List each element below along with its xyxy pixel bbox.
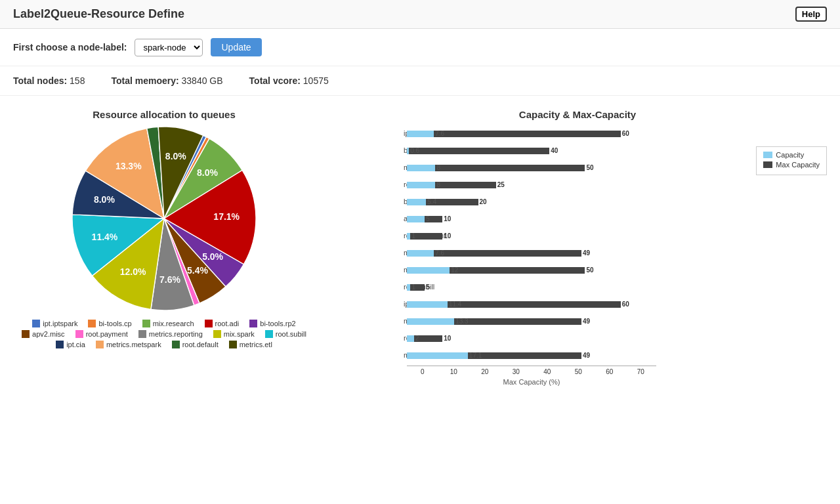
bar-row: root.default210 [407,331,827,346]
legend-item-root.adi: root.adi [205,320,240,327]
legend-label: root.subill [276,330,306,338]
page-title: Label2Queue-Resource Define [13,7,184,21]
legend-swatch [32,320,40,327]
capacity-legend-label: Capacity [776,151,804,159]
capacity-value: 12 [451,266,458,274]
node-label-select[interactable]: spark-node gpu-node cpu-node [135,39,203,56]
pie-chart-svg: 7.6%8.0%17.1%5.0%5.4%7.6%12.0%11.4%8.0%1… [72,127,256,310]
pie-legend: ipt.iptsparkbi-tools.cpmix.researchroot.… [13,320,315,348]
help-button[interactable]: Help [795,7,827,22]
max-capacity-value: 49 [583,318,590,325]
total-memory-stat: Total memoery: 33840 GB [111,75,222,86]
capacity-value: 13.3 [455,318,468,325]
capacity-bar [407,352,468,359]
bar-chart-title: Capacity & Max-Capacity [328,109,827,120]
legend-label: mix.spark [224,330,255,338]
bar-group: 7.660 [407,127,656,141]
capacity-legend-item: Capacity [763,151,820,159]
legend-label: root.payment [86,330,128,338]
legend-item-ipt.iptspark: ipt.iptspark [32,320,77,327]
capacity-value: 8 [436,164,440,171]
legend-label: bi-tools.cp [98,320,131,327]
bar-group: 5.420 [407,195,656,209]
legend-item-apv2.misc: apv2.misc [22,330,65,338]
legend-swatch [265,330,273,338]
capacity-bar [407,284,410,291]
legend-item-bi-tools.rp2: bi-tools.rp2 [249,320,295,327]
title-bar: Label2Queue-Resource Define Help [0,0,840,29]
bar-row: metrics.metspark13.349 [407,314,827,329]
legend-item-root.default: root.default [172,341,219,348]
x-tick: 20 [469,366,501,375]
capacity-bar [407,216,425,222]
legend-label: ipt.iptspark [43,320,77,327]
capacity-bar [407,267,450,274]
bar-section: Capacity & Max-Capacity ipt.iptspark7.66… [328,109,827,412]
x-axis-label: Max Capacity (%) [407,378,656,386]
max-capacity-value: 50 [586,266,593,274]
legend-swatch [75,330,83,338]
x-tick: 30 [501,366,532,375]
total-nodes-stat: Total nodes: 158 [13,75,85,86]
max-capacity-value: 49 [583,352,590,359]
legend-label: metrics.metspark [106,341,161,348]
legend-item-metrics.metspark: metrics.metspark [96,341,161,348]
total-nodes-value: 158 [70,75,85,86]
bar-row: ipt.iptspark7.660 [407,127,827,141]
capacity-value: 2 [415,335,419,342]
pie-container: 7.6%8.0%17.1%5.0%5.4%7.6%12.0%11.4%8.0%1… [13,127,315,310]
capacity-bar [407,131,434,137]
svg-text:11.4%: 11.4% [92,232,118,242]
legend-item-metrics.etl: metrics.etl [229,341,272,348]
max-capacity-value: 60 [622,130,629,137]
bar-chart-area: ipt.iptspark7.660bi-tools.cp0.640mix.res… [328,127,827,412]
legend-item-mix.research: mix.research [142,320,194,327]
legend-label: root.adi [215,320,240,327]
legend-label: mix.research [153,320,194,327]
total-nodes-label: Total nodes: [13,75,67,86]
bar-group: 210 [407,331,656,346]
legend-item-root.subill: root.subill [265,330,306,338]
max-capacity-value: 10 [444,335,451,342]
x-tick: 10 [438,366,470,375]
bar-group: 510 [407,212,656,226]
legend-swatch [249,320,257,327]
x-axis: 010203040506070Max Capacity (%) [407,366,827,386]
total-vcore-value: 10575 [303,75,329,86]
capacity-value: 8 [436,181,440,188]
x-tick: 0 [407,366,438,375]
max-capacity-value: 20 [480,198,487,205]
legend-item-root.payment: root.payment [75,330,128,338]
max-capacity-value: 60 [622,301,629,308]
capacity-bar [407,250,434,257]
legend-item-bi-tools.cp: bi-tools.cp [88,320,131,327]
top-controls: First choose a node-label: spark-node gp… [0,29,840,66]
capacity-value: 0.6 [410,147,419,154]
legend-swatch [22,330,30,338]
bar-group: 825 [407,178,656,192]
capacity-value: 11.4 [449,301,461,308]
pie-section: Resource allocation to queues 7.6%8.0%17… [13,109,315,412]
svg-text:5.0%: 5.0% [202,251,223,262]
bar-group: 1250 [407,263,656,278]
capacity-value: 7.6 [435,130,444,137]
bar-group: 15 [407,280,656,295]
capacity-swatch [763,152,772,158]
capacity-value: 1 [411,284,415,291]
svg-text:8.0%: 8.0% [165,151,186,161]
bar-chart-wrapper: ipt.iptspark7.660bi-tools.cp0.640mix.res… [328,127,827,412]
update-button[interactable]: Update [211,38,261,56]
svg-text:13.3%: 13.3% [116,161,142,171]
capacity-bar [407,165,435,171]
capacity-bar [407,335,414,342]
x-tick: 70 [625,366,657,375]
bar-row: root.subill15 [407,280,827,295]
capacity-value: 17.1 [469,352,482,359]
max-capacity-value: 50 [586,164,593,171]
x-tick: 50 [563,366,595,375]
legend-label: metrics.reporting [149,330,203,338]
max-capacity-swatch [763,161,772,168]
total-memory-value: 33840 GB [182,75,223,86]
legend-swatch [88,320,96,327]
max-capacity-bar [407,148,549,154]
